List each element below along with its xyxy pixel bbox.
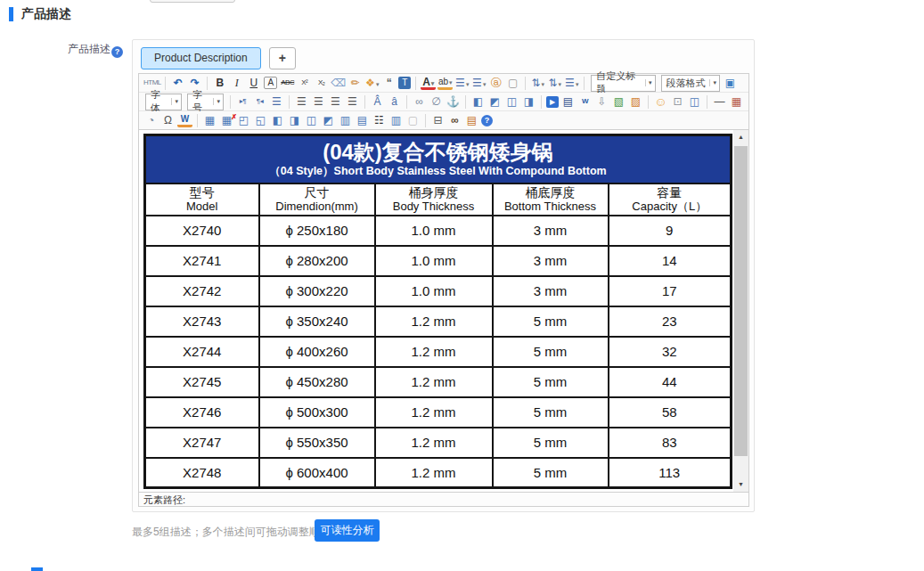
- ordered-list-icon[interactable]: ☰▾: [454, 76, 470, 91]
- autotypeset-icon[interactable]: ⓐ: [488, 76, 503, 91]
- word-screenshot-icon[interactable]: W: [177, 114, 192, 127]
- table-caption-icon[interactable]: ◱: [253, 113, 268, 128]
- word-image-icon[interactable]: W: [577, 94, 593, 110]
- toolbar-separator: [465, 95, 466, 109]
- scroll-up-icon[interactable]: ▲: [733, 130, 748, 144]
- image-inline-icon[interactable]: ◧: [470, 94, 486, 110]
- subscript-icon[interactable]: X₂: [314, 76, 329, 91]
- image-right-icon[interactable]: ◨: [521, 94, 536, 110]
- indent-rtl-icon[interactable]: ¶◂: [252, 94, 267, 110]
- preview-icon[interactable]: ▣: [723, 76, 738, 91]
- cell-capacity: 58: [609, 397, 732, 428]
- insert-table-icon[interactable]: ▦: [202, 113, 217, 128]
- search-icon[interactable]: ∞: [447, 113, 462, 128]
- emotion-icon[interactable]: ☺: [653, 94, 668, 110]
- horizontal-rule-icon[interactable]: —: [712, 94, 727, 110]
- paragraph-format-select[interactable]: 段落格式▾: [661, 75, 720, 92]
- unordered-list-icon[interactable]: ☰▾: [471, 76, 487, 91]
- table-background-icon[interactable]: ▥: [388, 113, 404, 128]
- editor-content[interactable]: (04款)复合不锈钢矮身锅 （04 Style）Short Body Stain…: [139, 130, 748, 492]
- cell-bottom-thickness: 5 mm: [493, 397, 609, 428]
- split-cell-icon[interactable]: ◩: [321, 113, 336, 128]
- format-painter-icon[interactable]: ❖▾: [364, 76, 380, 91]
- product-spec-table: (04款)复合不锈钢矮身锅 （04 Style）Short Body Stain…: [143, 134, 732, 489]
- table-header-icon[interactable]: ◰: [236, 113, 251, 128]
- time-icon[interactable]: ◔: [143, 113, 159, 128]
- undo-icon[interactable]: ↶: [170, 76, 185, 91]
- picture-icon[interactable]: ▨: [628, 94, 643, 110]
- redo-icon[interactable]: ↷: [187, 76, 202, 91]
- font-border-icon[interactable]: A: [264, 77, 277, 89]
- align-justify-icon[interactable]: ☰: [345, 94, 360, 110]
- toolbar-separator: [541, 95, 542, 109]
- split-rows-icon[interactable]: ▥: [338, 113, 353, 128]
- strikethrough-icon[interactable]: ABC: [280, 76, 295, 91]
- insert-row-icon[interactable]: ◧: [270, 113, 285, 128]
- cell-dimension: ϕ 600x400: [259, 458, 375, 488]
- blockquote-icon[interactable]: “: [381, 76, 397, 91]
- merge-cells-icon[interactable]: ◫: [304, 113, 319, 128]
- anchor-icon[interactable]: ⚓: [446, 94, 461, 110]
- source-code-icon[interactable]: HTML: [143, 76, 160, 91]
- image-left-icon[interactable]: ◩: [487, 94, 503, 110]
- snapscreen-icon[interactable]: ⊡: [670, 94, 685, 110]
- font-color-icon[interactable]: A▾: [421, 77, 436, 90]
- custom-title-select[interactable]: 自定义标题▾: [591, 75, 655, 92]
- paste-plain-icon[interactable]: T: [398, 77, 411, 89]
- scroll-down-icon[interactable]: ▼: [733, 477, 748, 492]
- print-icon[interactable]: ⊟: [430, 113, 446, 128]
- help-icon[interactable]: ?: [111, 46, 123, 58]
- font-size-select[interactable]: 字号▾: [187, 94, 224, 110]
- upload-icon[interactable]: ⇩: [594, 94, 609, 110]
- format-clear-icon[interactable]: ⌫: [331, 76, 346, 91]
- superscript-icon[interactable]: X²: [297, 76, 312, 91]
- line-height-icon[interactable]: ☰▾: [564, 76, 579, 91]
- columns-icon[interactable]: ◫: [687, 94, 702, 110]
- editor-scrollbar[interactable]: ▲ ▼: [733, 130, 748, 492]
- insert-col-icon[interactable]: ◨: [287, 113, 302, 128]
- italic-icon[interactable]: I: [229, 76, 244, 91]
- paragraph-spacing-top-icon[interactable]: ⇅▾: [530, 76, 545, 91]
- cell-body-thickness: 1.2 mm: [375, 367, 493, 397]
- media-icon[interactable]: ▤: [560, 94, 576, 110]
- chevron-down-icon: ▾: [213, 98, 220, 105]
- paste-icon[interactable]: ▤: [464, 113, 479, 128]
- split-cols-icon[interactable]: ▤: [355, 113, 370, 128]
- scrollbar-thumb[interactable]: [734, 146, 748, 456]
- table-row: X2744 ϕ 400x260 1.2 mm 5 mm 32: [145, 337, 732, 367]
- cell-body-thickness: 1.0 mm: [375, 276, 493, 306]
- delete-table-icon[interactable]: ▦✗: [219, 113, 234, 128]
- align-right-icon[interactable]: ☰: [328, 94, 343, 110]
- format-brush-icon[interactable]: ✏: [348, 76, 363, 91]
- bold-icon[interactable]: B: [212, 76, 227, 91]
- cell-border-icon[interactable]: ▢: [405, 113, 421, 128]
- blank-page-icon[interactable]: ▢: [505, 76, 520, 91]
- special-char-icon[interactable]: Ω: [160, 113, 176, 128]
- case-upper-icon[interactable]: Â: [370, 94, 385, 110]
- case-lower-icon[interactable]: â: [387, 94, 402, 110]
- font-family-select[interactable]: 字体▾: [145, 94, 182, 110]
- cell-body-thickness: 1.2 mm: [375, 458, 493, 488]
- align-center-icon[interactable]: ☰: [311, 94, 326, 110]
- align-left-icon[interactable]: ☰: [294, 94, 309, 110]
- underline-icon[interactable]: U: [246, 76, 261, 91]
- table-sort-icon[interactable]: ☷: [372, 113, 387, 128]
- chevron-down-icon: ▾: [645, 79, 652, 86]
- help-icon[interactable]: ?: [481, 115, 493, 126]
- date-icon[interactable]: ▦: [729, 94, 744, 110]
- unlink-icon[interactable]: ∅: [429, 94, 444, 110]
- cell-dimension: ϕ 450x280: [259, 367, 375, 397]
- cell-dimension: ϕ 550x350: [259, 428, 375, 458]
- image-center-icon[interactable]: ◫: [504, 94, 519, 110]
- add-tab-button[interactable]: +: [269, 47, 296, 69]
- indent-ltr-icon[interactable]: ▸¶: [235, 94, 250, 110]
- readability-analyze-button[interactable]: 可读性分析: [315, 519, 380, 542]
- paragraph-spacing-bottom-icon[interactable]: ⇅▾: [547, 76, 562, 91]
- tab-product-description[interactable]: Product Description: [141, 47, 261, 69]
- insert-image-icon[interactable]: ▧: [611, 94, 626, 110]
- first-line-indent-icon[interactable]: ☰: [269, 94, 284, 110]
- highlight-color-icon[interactable]: ab▾: [437, 77, 453, 90]
- link-icon[interactable]: ∞: [412, 94, 427, 110]
- video-icon[interactable]: ▶: [546, 96, 559, 108]
- cell-bottom-thickness: 3 mm: [493, 216, 609, 246]
